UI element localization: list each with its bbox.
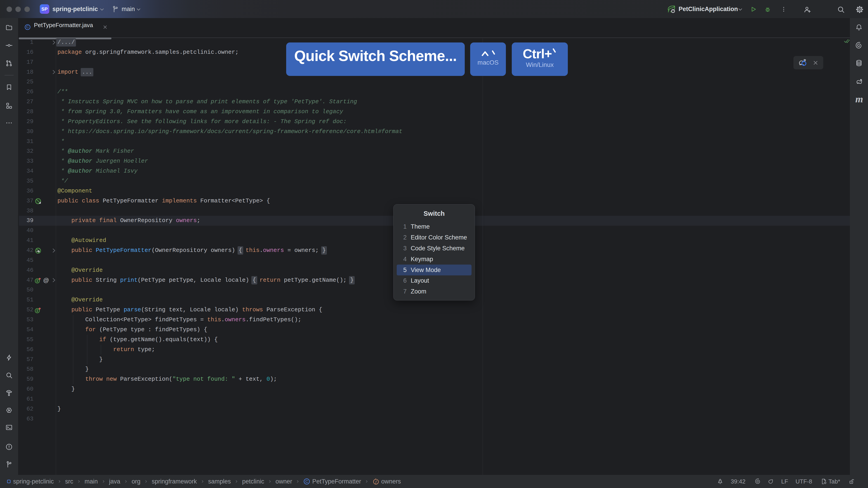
svg-text:f: f [375,480,377,484]
svg-text:C: C [305,480,308,484]
svg-text:C: C [26,25,29,29]
